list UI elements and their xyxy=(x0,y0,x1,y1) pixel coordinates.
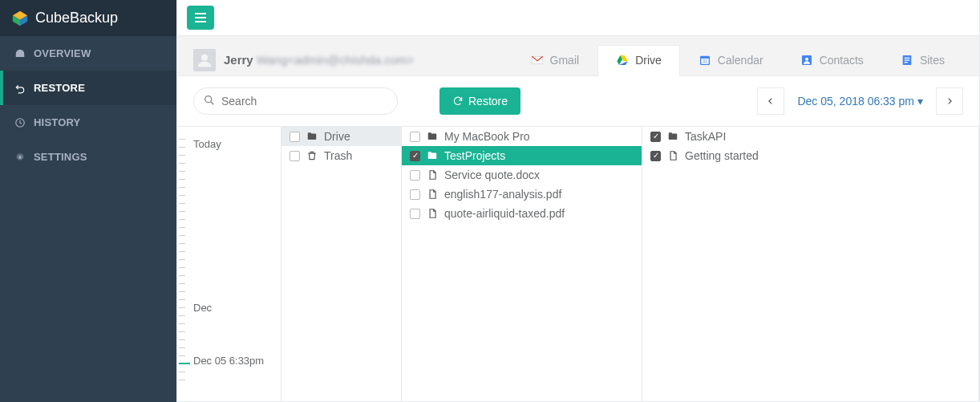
nav-settings[interactable]: SETTINGS xyxy=(0,140,176,174)
folder-icon xyxy=(427,150,438,161)
row-label: Drive xyxy=(324,130,350,143)
chevron-right-icon xyxy=(946,95,954,107)
brand-name: CubeBackup xyxy=(35,10,118,26)
restore-button[interactable]: Restore xyxy=(439,87,520,115)
search-wrap xyxy=(193,87,398,115)
chevron-left-icon xyxy=(767,95,775,107)
checkbox[interactable] xyxy=(410,132,420,142)
snapshot-label: Dec 05, 2018 06:33 pm xyxy=(797,95,914,108)
folder-icon xyxy=(306,131,318,142)
doc-icon xyxy=(427,189,438,200)
nav-overview[interactable]: OVERVIEW xyxy=(0,36,176,71)
row-label: english177-analysis.pdf xyxy=(444,188,561,201)
col2-row[interactable]: Service quote.docx xyxy=(402,165,642,185)
column-children: My MacBook ProTestProjectsService quote.… xyxy=(402,127,642,401)
gear-icon xyxy=(14,152,26,163)
row-label: Trash xyxy=(324,149,352,162)
drive-icon xyxy=(616,54,629,67)
checkbox[interactable] xyxy=(650,132,661,142)
tab-drive-label: Drive xyxy=(635,54,662,67)
avatar xyxy=(193,49,216,71)
col2-row[interactable]: english177-analysis.pdf xyxy=(402,185,642,204)
tab-drive[interactable]: Drive xyxy=(597,45,680,76)
undo-icon xyxy=(14,83,26,94)
contacts-icon xyxy=(800,54,813,67)
row-label: Service quote.docx xyxy=(444,169,540,181)
svg-point-9 xyxy=(201,54,208,60)
tab-gmail-label: Gmail xyxy=(550,54,580,67)
svg-rect-7 xyxy=(195,17,206,18)
timeline-current-label: Dec 05 6:33pm xyxy=(193,355,264,367)
tab-sites[interactable]: Sites xyxy=(882,45,963,76)
doc-icon xyxy=(427,208,438,219)
svg-point-23 xyxy=(205,96,212,103)
dashboard-icon xyxy=(14,48,26,59)
doc-icon xyxy=(667,150,678,161)
chevron-down-icon: ▾ xyxy=(917,95,923,108)
user-label: Jerry Wang<admin@chishda.com> xyxy=(224,53,414,67)
checkbox[interactable] xyxy=(290,132,300,142)
svg-point-18 xyxy=(805,58,808,61)
trash-icon xyxy=(306,150,318,161)
tab-gmail[interactable]: Gmail xyxy=(512,45,598,76)
search-icon xyxy=(203,94,216,109)
row-label: quote-airliquid-taxed.pdf xyxy=(444,207,565,220)
svg-line-24 xyxy=(211,102,213,104)
snapshot-picker[interactable]: Dec 05, 2018 06:33 pm ▾ xyxy=(789,87,931,115)
col3-row[interactable]: Getting started xyxy=(642,146,978,165)
brand[interactable]: CubeBackup xyxy=(0,0,176,36)
checkbox[interactable] xyxy=(410,209,420,219)
timeline[interactable]: Today Dec Dec 05 6:33pm xyxy=(177,127,281,401)
svg-rect-8 xyxy=(195,21,206,22)
svg-rect-22 xyxy=(905,62,908,63)
person-icon xyxy=(196,52,213,68)
checkbox[interactable] xyxy=(410,189,420,200)
checkbox[interactable] xyxy=(650,151,661,161)
search-input[interactable] xyxy=(193,87,398,115)
nav-restore[interactable]: RESTORE xyxy=(0,71,176,105)
tab-contacts-label: Contacts xyxy=(820,54,864,67)
column-roots: DriveTrash xyxy=(281,127,402,401)
col2-row[interactable]: My MacBook Pro xyxy=(402,127,642,146)
row-label: TestProjects xyxy=(444,149,505,162)
col2-row[interactable]: quote-airliquid-taxed.pdf xyxy=(402,204,642,223)
folder-icon xyxy=(667,131,678,142)
svg-rect-6 xyxy=(195,13,206,14)
col2-row[interactable]: TestProjects xyxy=(402,146,642,165)
calendar-icon: 31 xyxy=(699,54,711,67)
row-label: My MacBook Pro xyxy=(444,130,530,143)
nav-settings-label: SETTINGS xyxy=(34,151,87,163)
checkbox[interactable] xyxy=(290,151,300,161)
col1-row[interactable]: Trash xyxy=(281,146,401,165)
doc-icon xyxy=(427,169,438,181)
snapshot-next-button[interactable] xyxy=(936,87,963,115)
restore-button-label: Restore xyxy=(468,95,508,108)
svg-text:31: 31 xyxy=(703,59,707,63)
nav-overview-label: OVERVIEW xyxy=(34,47,91,59)
folder-icon xyxy=(427,131,438,142)
checkbox[interactable] xyxy=(410,170,420,181)
col3-row[interactable]: TaskAPI xyxy=(642,127,978,146)
checkbox[interactable] xyxy=(410,151,420,161)
snapshot-prev-button[interactable] xyxy=(757,87,784,115)
tab-calendar[interactable]: 31 Calendar xyxy=(680,45,782,76)
gmail-icon xyxy=(531,54,544,67)
column-grandchildren: TaskAPIGetting started xyxy=(642,127,979,401)
toggle-sidebar-button[interactable] xyxy=(187,6,214,30)
row-label: Getting started xyxy=(685,149,759,162)
hamburger-icon xyxy=(195,13,206,22)
nav-history-label: HISTORY xyxy=(34,116,80,128)
col1-row[interactable]: Drive xyxy=(281,127,401,146)
tab-sites-label: Sites xyxy=(920,54,945,67)
clock-icon xyxy=(14,117,26,128)
sites-icon xyxy=(901,54,913,67)
nav-restore-label: RESTORE xyxy=(34,82,85,94)
svg-rect-3 xyxy=(16,54,25,57)
svg-rect-21 xyxy=(905,59,910,60)
row-label: TaskAPI xyxy=(685,130,726,143)
refresh-icon xyxy=(452,95,464,107)
tab-contacts[interactable]: Contacts xyxy=(782,45,882,76)
timeline-month-label: Dec xyxy=(193,302,212,314)
timeline-today-label: Today xyxy=(193,138,221,150)
nav-history[interactable]: HISTORY xyxy=(0,105,176,140)
